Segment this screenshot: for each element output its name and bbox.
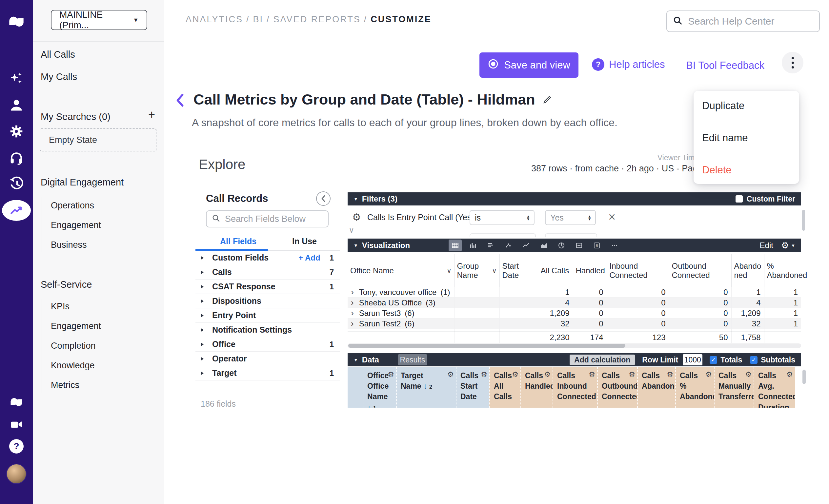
- more-icon[interactable]: [608, 239, 621, 251]
- sidebar-item-metrics[interactable]: Metrics: [51, 380, 79, 390]
- column-chart-icon[interactable]: [466, 239, 479, 251]
- field-group-row[interactable]: Calls7: [195, 265, 340, 279]
- subtotals-checkbox[interactable]: ✓: [750, 356, 758, 364]
- user-avatar[interactable]: [6, 464, 27, 484]
- collapse-panel-button[interactable]: [316, 191, 330, 206]
- expand-caret-icon[interactable]: [201, 270, 204, 274]
- expand-caret-icon[interactable]: [201, 328, 204, 332]
- field-group-row[interactable]: Operator: [195, 352, 340, 366]
- dialpad-logo-icon[interactable]: [8, 15, 25, 28]
- support-headset-icon[interactable]: [9, 151, 24, 165]
- sidebar-item-completion[interactable]: Completion: [51, 341, 96, 351]
- collapse-data-caret[interactable]: ▼: [354, 357, 358, 362]
- column-gear-icon[interactable]: ⚙: [667, 370, 673, 380]
- breadcrumb-analytics[interactable]: ANALYTICS: [186, 14, 243, 24]
- filter-value-select[interactable]: Yes ▴▾: [545, 210, 596, 225]
- totals-checkbox[interactable]: ✓: [710, 356, 717, 364]
- row-limit-input[interactable]: [683, 354, 702, 365]
- add-search-button[interactable]: +: [148, 109, 155, 121]
- field-group-row[interactable]: Notification Settings: [195, 323, 340, 337]
- data-column[interactable]: ⚙Calls All Calls: [489, 367, 520, 408]
- single-value-icon[interactable]: 6: [590, 239, 603, 251]
- field-group-row[interactable]: Target1: [195, 366, 340, 381]
- help-icon[interactable]: ?: [9, 439, 24, 454]
- sidebar-item-kpis[interactable]: KPIs: [51, 302, 70, 312]
- add-calculation-button[interactable]: Add calculation: [570, 355, 635, 365]
- sidebar-item-my-calls[interactable]: My Calls: [41, 71, 77, 82]
- data-column[interactable]: ⚙Calls Outbound Connected: [597, 367, 637, 408]
- sidebar-item-business[interactable]: Business: [51, 240, 87, 250]
- table-chart-icon[interactable]: [448, 239, 462, 251]
- more-options-button[interactable]: [782, 52, 803, 73]
- expand-filters-chevron[interactable]: ∨: [349, 226, 355, 235]
- line-chart-icon[interactable]: [519, 239, 533, 251]
- column-gear-icon[interactable]: ⚙: [706, 370, 712, 380]
- results-tab[interactable]: Results: [398, 354, 427, 365]
- contacts-icon[interactable]: [9, 98, 24, 112]
- menu-item-edit-name[interactable]: Edit name: [702, 132, 748, 144]
- expand-caret-icon[interactable]: [201, 371, 204, 375]
- sidebar-item-all-calls[interactable]: All Calls: [41, 49, 75, 60]
- custom-filter-checkbox[interactable]: [735, 195, 743, 202]
- column-gear-icon[interactable]: ⚙: [512, 370, 518, 380]
- column-gear-icon[interactable]: ⚙: [745, 370, 752, 380]
- column-gear-icon[interactable]: ⚙: [589, 370, 595, 380]
- video-meetings-icon[interactable]: [9, 418, 24, 431]
- scrollbar-thumb[interactable]: [348, 344, 625, 348]
- help-articles-link[interactable]: ? Help articles: [592, 58, 665, 71]
- sidebar-item-engagement[interactable]: Engagement: [51, 220, 101, 230]
- expand-row-caret-icon[interactable]: ›: [351, 287, 354, 297]
- expand-row-caret-icon[interactable]: ›: [351, 318, 354, 328]
- tab-all-fields[interactable]: All Fields: [220, 237, 256, 246]
- data-column[interactable]: ⚙Calls Abandoned: [637, 367, 675, 408]
- expand-row-caret-icon[interactable]: ›: [351, 298, 354, 307]
- history-icon[interactable]: [9, 176, 24, 191]
- data-column[interactable]: ⚙Target Name ↓ 2: [396, 367, 456, 408]
- data-column[interactable]: ⚙Calls % Abandoned: [675, 367, 714, 408]
- expand-caret-icon[interactable]: [201, 357, 204, 361]
- field-group-row[interactable]: Entry Point: [195, 308, 340, 323]
- column-gear-icon[interactable]: ⚙: [388, 370, 394, 380]
- edit-visualization-link[interactable]: Edit: [760, 241, 773, 250]
- column-gear-icon[interactable]: ⚙: [544, 370, 550, 380]
- pie-chart-icon[interactable]: [555, 239, 568, 251]
- save-and-view-button[interactable]: Save and view: [479, 52, 578, 78]
- filter-gear-icon[interactable]: ⚙: [352, 211, 361, 223]
- data-column[interactable]: ⚙Office Office Name ↓ 1: [363, 367, 396, 408]
- menu-item-duplicate[interactable]: Duplicate: [702, 100, 745, 112]
- breadcrumb-saved-reports[interactable]: SAVED REPORTS: [274, 14, 361, 24]
- field-group-row[interactable]: Custom Fields+ Add1: [195, 251, 340, 265]
- dialpad-app-icon[interactable]: [9, 397, 23, 407]
- data-column[interactable]: ⚙Calls Handled: [520, 367, 552, 408]
- column-gear-icon[interactable]: ⚙: [786, 370, 793, 380]
- help-center-search[interactable]: Search Help Center: [666, 10, 820, 32]
- expand-caret-icon[interactable]: [201, 285, 204, 289]
- breadcrumb-bi[interactable]: BI: [253, 14, 264, 24]
- settings-gear-icon[interactable]: [9, 124, 24, 139]
- search-fields-input[interactable]: Search Fields Below: [206, 210, 329, 227]
- column-sort-caret-icon[interactable]: ∨: [447, 267, 452, 275]
- expand-caret-icon[interactable]: [201, 299, 204, 303]
- sidebar-item-knowledge[interactable]: Knowledge: [51, 360, 95, 371]
- office-selector-dropdown[interactable]: MAINLINE (Prim... ▼: [51, 10, 147, 30]
- bi-tool-feedback-link[interactable]: BI Tool Feedback: [686, 60, 764, 71]
- map-chart-icon[interactable]: [573, 239, 586, 251]
- add-custom-field-link[interactable]: + Add: [298, 253, 320, 263]
- expand-caret-icon[interactable]: [201, 343, 204, 346]
- bar-chart-icon[interactable]: [484, 239, 497, 251]
- column-gear-icon[interactable]: ⚙: [628, 370, 635, 380]
- edit-title-pencil-icon[interactable]: [542, 91, 552, 108]
- tab-in-use[interactable]: In Use: [292, 237, 317, 246]
- column-sort-caret-icon[interactable]: ∨: [492, 267, 497, 275]
- scatter-chart-icon[interactable]: [502, 239, 515, 251]
- data-column[interactable]: ⚙Calls Avg. Connected Duration: [754, 367, 795, 408]
- field-group-row[interactable]: Office1: [195, 337, 340, 352]
- data-column[interactable]: ⚙Calls Manually Transferred: [714, 367, 754, 408]
- analytics-chart-icon[interactable]: [2, 200, 31, 221]
- expand-caret-icon[interactable]: [201, 314, 204, 317]
- expand-caret-icon[interactable]: [201, 256, 204, 260]
- expand-row-caret-icon[interactable]: ›: [351, 308, 354, 318]
- filters-scrollbar[interactable]: [802, 210, 805, 231]
- column-gear-icon[interactable]: ⚙: [447, 370, 454, 380]
- collapse-visualization-caret[interactable]: ▼: [354, 243, 358, 248]
